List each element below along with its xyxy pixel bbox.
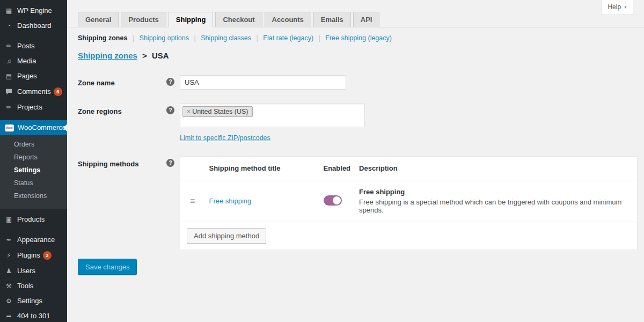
sidebar-item-label: Dashboard (17, 22, 52, 30)
zone-regions-label: Zone regions (78, 104, 166, 115)
toggle-knob (333, 196, 341, 204)
sidebar-item-label: WooCommerce (18, 124, 66, 131)
main-content: Help▼ General Products Shipping Checkout… (67, 0, 644, 322)
submenu-item-settings[interactable]: Settings (0, 164, 67, 177)
help-tip-icon[interactable]: ? (166, 78, 174, 86)
box-icon: ▣ (5, 216, 13, 223)
sidebar-item-comments[interactable]: Comments 6 (0, 84, 67, 100)
sidebar-item-label: Tools (17, 282, 33, 290)
submenu-item-reports[interactable]: Reports (0, 151, 67, 164)
drag-handle-icon[interactable]: ≡ (190, 196, 195, 206)
method-description-title: Free shipping (359, 188, 633, 196)
tab-products[interactable]: Products (121, 12, 166, 27)
sidebar-item-projects[interactable]: ✏ Projects (0, 100, 67, 115)
submenu-item-orders[interactable]: Orders (0, 138, 67, 151)
wrench-icon: ⚒ (5, 282, 13, 290)
redirect-arrow-icon: ➦ (5, 312, 13, 320)
subnav-item-flat-rate-legacy[interactable]: Flat rate (legacy) (263, 34, 313, 42)
table-footer-row: Add shipping method (180, 222, 638, 250)
sidebar-item-label: Comments (17, 88, 51, 96)
sidebar-item-label: Products (17, 216, 45, 223)
sidebar-item-label: Appearance (17, 236, 55, 244)
admin-sidebar: ▦ WP Engine ◔ Dashboard ✏ Posts ♫ Media … (0, 0, 67, 322)
comments-count-badge: 6 (54, 87, 62, 96)
plugin-icon: ⚡ (5, 252, 13, 259)
help-label: Help (608, 3, 621, 11)
tab-general[interactable]: General (78, 12, 119, 27)
dashboard-icon: ◔ (5, 22, 13, 30)
sidebar-item-wp-engine[interactable]: ▦ WP Engine (0, 3, 67, 18)
region-tag: ×United States (US) (182, 106, 253, 117)
table-header-row: Shipping method title Enabled Descriptio… (180, 157, 638, 180)
help-tip-icon[interactable]: ? (166, 159, 174, 167)
tab-accounts[interactable]: Accounts (265, 12, 311, 27)
subnav-item-shipping-options[interactable]: Shipping options (140, 34, 189, 42)
shipping-methods-label: Shipping methods (78, 156, 166, 168)
free-shipping-method-link[interactable]: Free shipping (209, 197, 252, 205)
sidebar-item-products[interactable]: ▣ Products (0, 212, 67, 227)
submenu-item-status[interactable]: Status (0, 177, 67, 189)
sidebar-item-tools[interactable]: ⚒ Tools (0, 279, 67, 294)
subnav-item-shipping-zones[interactable]: Shipping zones (78, 34, 127, 42)
sidebar-item-label: Media (17, 57, 36, 65)
zone-name-input[interactable] (180, 75, 346, 90)
enabled-toggle[interactable] (324, 195, 342, 206)
sidebar-item-label: WP Engine (17, 7, 52, 14)
sidebar-item-media[interactable]: ♫ Media (0, 54, 67, 69)
help-dropdown[interactable]: Help▼ (602, 0, 633, 15)
plugins-count-badge: 3 (43, 251, 52, 260)
limit-zip-postcodes-link[interactable]: Limit to specific ZIP/postcodes (180, 134, 270, 142)
sidebar-item-pages[interactable]: ▤ Pages (0, 69, 67, 84)
zone-regions-row: Zone regions ? ×United States (US) Limit… (78, 104, 644, 142)
sidebar-item-users[interactable]: ♟ Users (0, 264, 67, 279)
sidebar-item-label: 404 to 301 (17, 312, 50, 320)
woocommerce-logo-icon: Woo (5, 125, 14, 131)
user-icon: ♟ (5, 267, 13, 275)
breadcrumb-current-zone: USA (152, 51, 169, 60)
add-shipping-method-button[interactable]: Add shipping method (187, 228, 266, 244)
help-tip-icon[interactable]: ? (166, 106, 174, 114)
tab-emails[interactable]: Emails (313, 12, 351, 27)
sidebar-item-appearance[interactable]: ✒ Appearance (0, 232, 67, 247)
sidebar-item-settings[interactable]: ⚙ Settings (0, 294, 67, 309)
subnav-separator: | (257, 34, 258, 42)
sidebar-item-404-to-301[interactable]: ➦ 404 to 301 (0, 309, 67, 322)
subnav-item-free-shipping-legacy[interactable]: Free shipping (legacy) (325, 34, 392, 42)
pages-icon: ▤ (5, 72, 13, 80)
sidebar-item-posts[interactable]: ✏ Posts (0, 39, 67, 54)
comment-bubble-icon (5, 89, 13, 95)
gear-icon: ⚙ (5, 297, 13, 305)
breadcrumb-shipping-zones-link[interactable]: Shipping zones (78, 51, 137, 60)
tab-api[interactable]: API (353, 12, 380, 27)
subnav-separator: | (194, 34, 196, 42)
method-description-text: Free shipping is a special method which … (359, 198, 633, 214)
shipping-methods-table: Shipping method title Enabled Descriptio… (180, 156, 638, 250)
settings-tabbar: General Products Shipping Checkout Accou… (67, 12, 644, 27)
pushpin-icon: ✏ (5, 104, 13, 111)
save-changes-button[interactable]: Save changes (78, 259, 137, 275)
breadcrumb-separator: > (142, 51, 147, 60)
remove-tag-icon[interactable]: × (187, 108, 191, 115)
sidebar-item-label: Plugins (17, 252, 40, 259)
region-tag-label: United States (US) (192, 108, 248, 115)
sidebar-item-woocommerce[interactable]: Woo WooCommerce (0, 120, 67, 135)
method-title-header: Shipping method title (205, 157, 319, 180)
sidebar-item-label: Settings (17, 297, 42, 305)
breadcrumb: Shipping zones > USA (78, 51, 644, 60)
sidebar-item-label: Pages (17, 72, 37, 80)
sidebar-item-label: Users (17, 267, 35, 275)
media-icon: ♫ (5, 57, 13, 65)
submenu-item-extensions[interactable]: Extensions (0, 189, 67, 202)
active-menu-arrow (60, 124, 67, 131)
sidebar-item-dashboard[interactable]: ◔ Dashboard (0, 18, 67, 33)
subnav-item-shipping-classes[interactable]: Shipping classes (201, 34, 251, 42)
sidebar-item-plugins[interactable]: ⚡ Plugins 3 (0, 247, 67, 264)
tab-checkout[interactable]: Checkout (215, 12, 262, 27)
shipping-methods-row: Shipping methods ? Shipping method title… (78, 156, 644, 250)
pushpin-icon: ✏ (5, 42, 13, 50)
brush-icon: ✒ (5, 236, 13, 244)
chevron-down-icon: ▼ (624, 5, 627, 9)
shipping-subnav: Shipping zones | Shipping options | Ship… (78, 34, 644, 42)
tab-shipping[interactable]: Shipping (169, 12, 214, 27)
zone-regions-select[interactable]: ×United States (US) (180, 104, 365, 127)
